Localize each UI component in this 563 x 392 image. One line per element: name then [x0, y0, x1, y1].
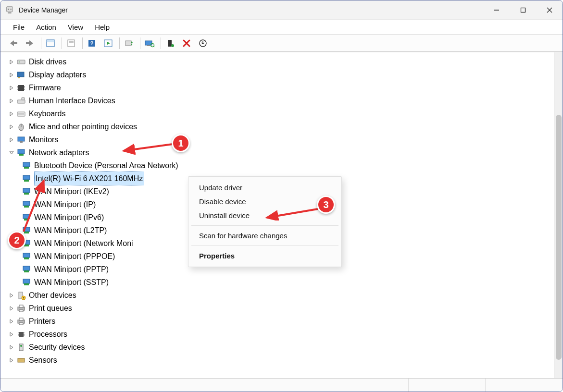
caret-right-icon[interactable]	[8, 72, 15, 78]
svg-rect-9	[26, 42, 30, 44]
caret-right-icon[interactable]	[8, 318, 15, 325]
svg-point-26	[171, 44, 174, 47]
network-adapter-icon	[22, 278, 31, 287]
svg-rect-67	[24, 270, 29, 272]
tree-node-device[interactable]: Bluetooth Device (Personal Area Network)	[22, 159, 554, 172]
tree-label: WAN Miniport (PPTP)	[34, 263, 109, 276]
svg-rect-77	[19, 318, 23, 320]
network-adapter-icon	[22, 161, 31, 171]
svg-rect-1	[8, 12, 11, 13]
tree-node-network-adapters[interactable]: Network adapters	[8, 146, 554, 159]
back-button[interactable]	[6, 37, 21, 50]
update-driver-button[interactable]	[122, 37, 136, 50]
caret-right-icon[interactable]	[8, 85, 15, 91]
caret-right-icon[interactable]	[8, 292, 15, 299]
enable-device-button[interactable]	[163, 37, 177, 50]
scrollbar-thumb[interactable]	[556, 115, 562, 360]
svg-rect-0	[7, 6, 13, 12]
tree-label: Bluetooth Device (Personal Area Network)	[34, 159, 178, 172]
svg-rect-20	[125, 41, 131, 46]
hid-icon	[16, 96, 26, 106]
tree-node-mice[interactable]: Mice and other pointing devices	[8, 120, 554, 133]
properties-button[interactable]	[64, 37, 78, 50]
svg-point-29	[19, 61, 20, 62]
caret-right-icon[interactable]	[8, 110, 15, 117]
tree-node-security-devices[interactable]: Security devices	[8, 341, 554, 354]
show-hide-tree-button[interactable]	[43, 37, 58, 50]
processor-icon	[16, 330, 26, 339]
disable-device-button[interactable]	[179, 37, 194, 50]
tree-label: Human Interface Devices	[29, 94, 115, 107]
minimize-button[interactable]	[483, 0, 510, 19]
tree-node-hid[interactable]: Human Interface Devices	[8, 94, 554, 107]
help-button[interactable]: ?	[85, 37, 99, 50]
caret-right-icon[interactable]	[8, 136, 15, 143]
tree-node-firmware[interactable]: Firmware	[8, 81, 554, 94]
svg-line-89	[124, 144, 173, 151]
other-devices-icon: ?	[16, 291, 26, 300]
svg-rect-49	[19, 154, 24, 156]
firmware-icon	[16, 83, 26, 93]
status-bar	[0, 378, 563, 392]
menu-action[interactable]: Action	[30, 21, 62, 33]
forward-button[interactable]	[23, 37, 37, 50]
caret-right-icon[interactable]	[8, 357, 15, 364]
tree-node-device[interactable]: WAN Miniport (SSTP)	[22, 276, 554, 289]
caret-right-icon[interactable]	[8, 344, 15, 351]
ctx-properties[interactable]: Properties	[188, 249, 341, 263]
tree-node-printers[interactable]: Printers	[8, 315, 554, 328]
tree-label: Network adapters	[29, 146, 89, 159]
tree-node-monitors[interactable]: Monitors	[8, 133, 554, 146]
caret-right-icon[interactable]	[8, 331, 15, 338]
caret-right-icon[interactable]	[8, 59, 15, 65]
ctx-update-driver[interactable]: Update driver	[188, 181, 341, 195]
caret-right-icon[interactable]	[8, 123, 15, 130]
tree-node-display-adapters[interactable]: Display adapters	[8, 68, 554, 81]
tree-node-other-devices[interactable]: ? Other devices	[8, 289, 554, 302]
annotation-marker-1: 1	[172, 134, 190, 152]
device-manager-window: Device Manager File Action View Help ?	[0, 0, 563, 392]
maximize-button[interactable]	[510, 0, 536, 19]
annotation-arrow-3	[264, 206, 322, 220]
caret-right-icon[interactable]	[8, 98, 15, 104]
menu-view[interactable]: View	[62, 21, 89, 33]
tree-node-sensors[interactable]: Sensors	[8, 354, 554, 367]
tree-node-disk-drives[interactable]: Disk drives	[8, 55, 554, 68]
ctx-separator	[191, 245, 338, 246]
svg-rect-50	[23, 162, 30, 167]
tree-node-processors[interactable]: Processors	[8, 328, 554, 341]
svg-rect-25	[168, 40, 172, 47]
vertical-scrollbar[interactable]	[554, 52, 563, 378]
action-button[interactable]	[101, 37, 115, 50]
svg-line-24	[153, 46, 154, 47]
display-adapter-icon	[16, 70, 26, 80]
uninstall-device-button[interactable]	[196, 37, 210, 50]
context-menu: Update driver Disable device Uninstall d…	[188, 176, 342, 267]
security-device-icon	[16, 343, 26, 352]
svg-rect-68	[23, 279, 30, 283]
svg-rect-74	[19, 305, 23, 307]
scan-hardware-button[interactable]	[142, 37, 157, 50]
menu-file[interactable]: File	[7, 21, 30, 33]
annotation-marker-3: 3	[317, 196, 335, 214]
mouse-icon	[16, 122, 26, 132]
tree-label: Keyboards	[29, 107, 66, 120]
menu-help[interactable]: Help	[89, 21, 115, 33]
caret-down-icon[interactable]	[8, 149, 15, 156]
tree-label: Processors	[29, 328, 67, 341]
svg-marker-19	[107, 42, 110, 45]
tree-node-print-queues[interactable]: Print queues	[8, 302, 554, 315]
network-adapter-icon	[22, 252, 31, 261]
annotation-arrow-2	[21, 178, 50, 235]
tree-node-keyboards[interactable]: Keyboards	[8, 107, 554, 120]
caret-right-icon[interactable]	[8, 305, 15, 312]
annotation-marker-2: 2	[8, 231, 26, 249]
svg-line-90	[24, 181, 44, 232]
svg-rect-51	[24, 167, 29, 169]
close-button[interactable]	[536, 0, 563, 19]
svg-rect-79	[19, 332, 24, 337]
ctx-scan-hardware[interactable]: Scan for hardware changes	[188, 229, 341, 243]
svg-rect-39	[17, 100, 25, 103]
svg-rect-65	[24, 257, 29, 259]
tree-label: WAN Miniport (Network Moni	[34, 237, 133, 250]
